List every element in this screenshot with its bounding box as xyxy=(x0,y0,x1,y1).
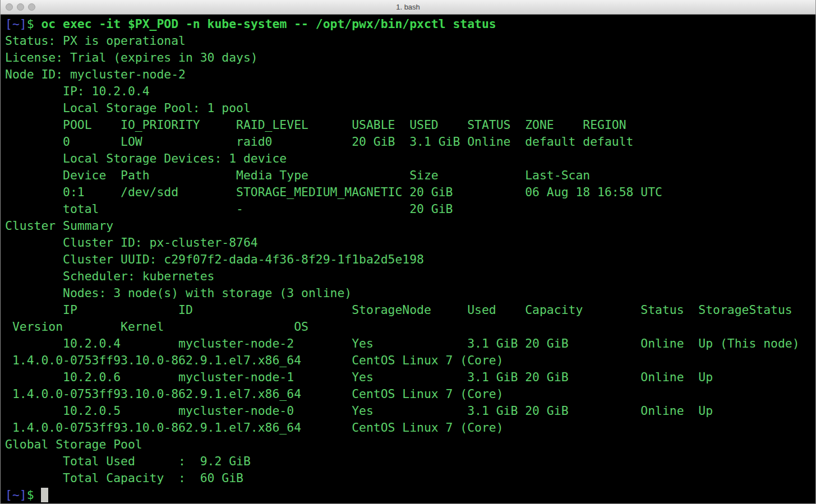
window-titlebar[interactable]: 1. bash xyxy=(1,0,815,15)
terminal-screen[interactable]: [~]$ oc exec -it $PX_POD -n kube-system … xyxy=(1,15,815,503)
terminal-window: 1. bash [~]$ oc exec -it $PX_POD -n kube… xyxy=(0,0,816,504)
prompt-path: [~] xyxy=(5,488,27,502)
input-line: [~]$ xyxy=(5,488,48,502)
text-cursor xyxy=(41,488,48,502)
command-text: oc exec -it $PX_POD -n kube-system -- /o… xyxy=(41,17,496,31)
prompt-dollar-sign: $ xyxy=(27,17,42,31)
prompt-path: [~] xyxy=(5,17,27,31)
minimize-button[interactable] xyxy=(17,3,24,11)
command-line: [~]$ oc exec -it $PX_POD -n kube-system … xyxy=(5,17,496,31)
command-output-text: Status: PX is operational License: Trial… xyxy=(5,34,800,485)
close-button[interactable] xyxy=(6,3,13,11)
zoom-button[interactable] xyxy=(28,3,35,11)
traffic-lights xyxy=(6,0,35,14)
window-title: 1. bash xyxy=(396,3,420,11)
prompt-dollar-sign: $ xyxy=(27,488,42,502)
terminal-buffer: [~]$ oc exec -it $PX_POD -n kube-system … xyxy=(5,16,815,503)
